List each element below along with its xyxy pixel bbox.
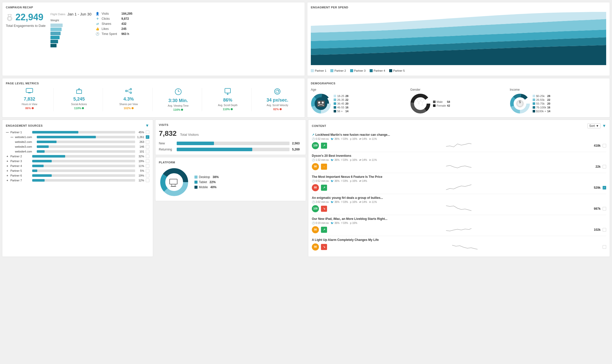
- source-check-partner2[interactable]: [146, 155, 149, 158]
- sources-header: ENGAGEMENT SOURCES ▼: [6, 123, 149, 128]
- clicks-icon: ✈: [96, 17, 100, 21]
- source-check-website4[interactable]: [146, 150, 149, 153]
- link-icon-1: ↗: [312, 133, 314, 137]
- svg-line-12: [127, 91, 130, 92]
- gender-donut: [410, 93, 430, 114]
- page-metrics-grid: 7,832 Hours in View 86% 5,245 Social Act…: [6, 88, 301, 111]
- content-title: CONTENT: [312, 124, 326, 127]
- age-26-35: 26-35 22: [334, 98, 348, 101]
- pct-dot: [280, 108, 282, 110]
- gender-female: Female 42: [433, 104, 450, 107]
- scroll-velocity-icon: [274, 88, 281, 97]
- source-website1: — website1.com 1,261: [6, 135, 149, 139]
- svg-point-9: [130, 88, 132, 90]
- content-item-3: The Most Important Nexus 6 Feature Is Th…: [312, 173, 606, 194]
- mini-chart-1: [329, 141, 588, 150]
- income-76-100k: 76-100k 16: [533, 106, 550, 109]
- source-check-website1[interactable]: [146, 135, 149, 139]
- age-46-55: 46-55 16: [334, 106, 348, 109]
- sources-list: — Partner 1 45% — website1.com 1,261: [6, 130, 149, 182]
- svg-point-31: [417, 99, 420, 102]
- gender-section: Gender: [410, 88, 507, 114]
- sources-title: ENGAGEMENT SOURCES: [6, 124, 43, 127]
- source-website2: website2.com 263: [6, 140, 149, 144]
- content-check-1[interactable]: [603, 144, 606, 147]
- content-filter-icon[interactable]: ▼: [602, 124, 606, 128]
- source-check-website3[interactable]: [146, 145, 149, 148]
- visits-card: VISITS 7,832 Total Visitors New 2,563: [155, 120, 306, 155]
- content-row-bottom-2: 98 → 22k: [312, 162, 606, 171]
- platform-mobile: Mobile 40%: [194, 185, 219, 189]
- content-check-5[interactable]: [603, 228, 606, 232]
- source-check-partner3[interactable]: [146, 159, 149, 163]
- content-check-6[interactable]: [603, 245, 606, 249]
- source-check-partner4[interactable]: [146, 164, 149, 168]
- platform-donut: [159, 167, 189, 197]
- svg-point-27: [318, 102, 320, 104]
- campaign-metrics: 👤 Visits 184,295 ✈ Clicks 9,872 ⇄ Shares…: [96, 12, 132, 36]
- sort-button[interactable]: Sort ▼: [587, 123, 601, 128]
- svg-line-3: [11, 14, 11, 16]
- demographics-title: DEMOGRAPHICS: [311, 82, 606, 85]
- trend-icon-1: ↗: [321, 143, 327, 149]
- content-row-bottom-3: 88 ↗ 529k: [312, 183, 606, 192]
- page-metrics-card: PAGE LEVEL METRICS 7,832 Hours in View 8…: [2, 78, 305, 118]
- pct-dot: [132, 107, 134, 109]
- svg-point-19: [276, 90, 279, 93]
- platform-card: PLATFORM: [155, 157, 306, 201]
- income-100k-plus: $100k + 14: [533, 110, 550, 113]
- pct-dot: [181, 109, 183, 111]
- income-section: Income $ $0-2: [510, 88, 606, 114]
- source-partner7: + Partner 7 12%: [6, 179, 149, 182]
- source-check-partner7[interactable]: [146, 179, 149, 182]
- chart-legend: Partner 1 Partner 2 Partner 3 Partner 4 …: [311, 69, 606, 72]
- content-check-2[interactable]: [603, 165, 606, 168]
- content-row-bottom-6: 98 ↘: [312, 243, 606, 251]
- demographics-card: DEMOGRAPHICS Age: [307, 78, 610, 118]
- visits-new: New 2,563: [159, 142, 302, 145]
- age-36-45: 36-45 20: [334, 102, 348, 105]
- score-badge-1: 109: [312, 142, 319, 149]
- metric-clicks: ✈ Clicks 9,872: [96, 17, 132, 21]
- svg-point-10: [130, 92, 132, 93]
- legend-swatch-1: [311, 69, 314, 72]
- filter-icon[interactable]: ▼: [145, 123, 149, 128]
- source-website3: website3.com 146: [6, 145, 149, 148]
- income-0-25k: $0-25k 28: [533, 94, 550, 98]
- content-check-4[interactable]: [603, 207, 606, 210]
- content-row-bottom-1: 109 ↗ 418k: [312, 141, 606, 150]
- svg-rect-5: [26, 88, 33, 92]
- trend-icon-2: →: [321, 164, 327, 170]
- svg-line-37: [422, 105, 423, 106]
- svg-point-34: [421, 99, 424, 102]
- legend-swatch-5: [389, 69, 392, 72]
- source-partner4: + Partner 4 11%: [6, 164, 149, 168]
- source-check-partner6[interactable]: [146, 174, 149, 177]
- content-check-3[interactable]: [603, 186, 606, 189]
- content-row-bottom-5: 98 ↗ 102k: [312, 225, 606, 234]
- flight-dates-label: Flight Dates: [50, 13, 65, 16]
- metric-time-spent: 🕐 Time Spent 963 h: [96, 32, 132, 36]
- source-check-partner1[interactable]: [146, 130, 149, 134]
- trend-icon-6: ↘: [321, 244, 327, 250]
- content-stats-2: 🕐 1:32 mm:ss 🐦 36% f 33% p 16% ⇄ 14% in …: [312, 159, 606, 161]
- legend-partner-4: Partner 4: [370, 69, 385, 72]
- hours-view-icon: [26, 88, 33, 95]
- age-18-25: 18-25 28: [334, 94, 348, 98]
- platform-desktop: Desktop 38%: [194, 175, 219, 179]
- source-check-website2[interactable]: [146, 140, 149, 144]
- svg-point-28: [322, 102, 324, 104]
- metric-visits: 👤 Visits 184,295: [96, 12, 132, 15]
- platform-body: Desktop 38% Tablet 22% Mobile: [159, 167, 302, 197]
- svg-text:$: $: [519, 100, 521, 104]
- svg-point-18: [275, 89, 280, 94]
- source-check-partner5[interactable]: [146, 169, 149, 173]
- content-item-5: Our New iPad, iMac, an More Liveblog Sta…: [312, 215, 606, 236]
- score-badge-2: 98: [312, 163, 319, 170]
- medal-icon: [6, 13, 13, 21]
- engagement-sources-card: ENGAGEMENT SOURCES ▼ — Partner 1 45% — w…: [2, 120, 153, 257]
- source-partner3: + Partner 3 19%: [6, 159, 149, 163]
- source-partner2: + Partner 2 32%: [6, 155, 149, 158]
- svg-rect-49: [170, 179, 177, 184]
- svg-rect-16: [225, 88, 230, 93]
